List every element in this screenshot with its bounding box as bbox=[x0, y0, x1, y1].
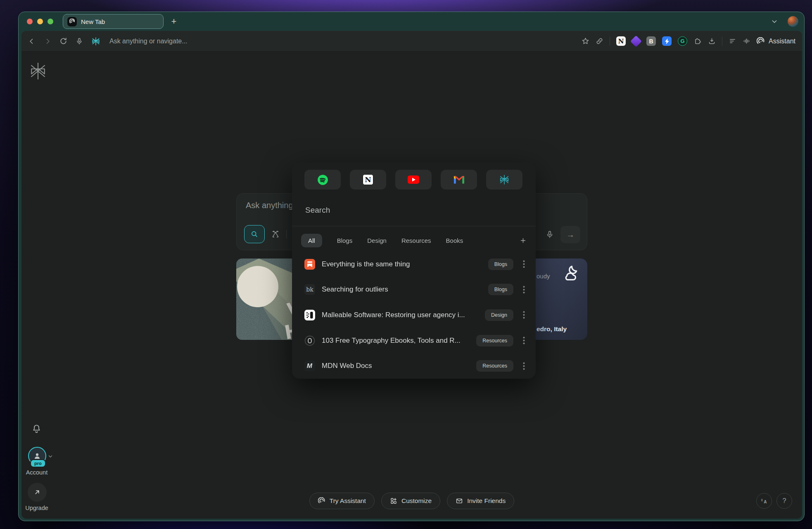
reader-bookmark-icon bbox=[304, 259, 315, 270]
minimize-window-button[interactable] bbox=[37, 19, 43, 24]
account-chevron-down-icon[interactable] bbox=[48, 454, 53, 459]
notion-extension-icon[interactable]: N bbox=[616, 36, 626, 46]
translate-button[interactable]: x̄A bbox=[756, 493, 772, 509]
help-button[interactable]: ? bbox=[776, 493, 792, 509]
profile-avatar[interactable] bbox=[788, 16, 798, 27]
account-label[interactable]: Account bbox=[21, 469, 57, 476]
tab-blogs[interactable]: Blogs bbox=[337, 237, 353, 244]
list-item[interactable]: M MDN Web Docs Resources bbox=[292, 353, 536, 379]
ink-and-switch-icon bbox=[304, 310, 315, 320]
category-badge[interactable]: Design bbox=[485, 309, 513, 321]
equalizer-icon[interactable] bbox=[743, 37, 750, 45]
shortcut-youtube[interactable] bbox=[395, 170, 432, 190]
shortcut-spotify[interactable] bbox=[304, 170, 341, 190]
category-badge[interactable]: Blogs bbox=[488, 284, 513, 295]
customize-button[interactable]: Customize bbox=[381, 493, 440, 509]
list-item[interactable]: Everything is the same thing Blogs bbox=[292, 251, 536, 277]
nav-left-group: Ask anything or navigate... bbox=[28, 37, 188, 46]
notifications-bell-icon[interactable] bbox=[31, 424, 42, 434]
svg-text:x̄: x̄ bbox=[761, 498, 763, 502]
gmail-icon bbox=[453, 176, 465, 184]
typography-circle-icon bbox=[304, 335, 315, 346]
item-menu-kebab-icon[interactable] bbox=[520, 337, 527, 344]
notion-icon: N bbox=[363, 174, 373, 185]
reading-list-lines-icon[interactable] bbox=[729, 37, 736, 45]
close-window-button[interactable] bbox=[27, 19, 33, 24]
list-item[interactable]: Malleable Software: Restoring user agenc… bbox=[292, 302, 536, 328]
grid-plus-icon bbox=[390, 497, 397, 505]
grammarly-extension-icon[interactable]: G bbox=[678, 36, 687, 46]
divider bbox=[292, 226, 536, 226]
youtube-icon bbox=[408, 176, 419, 184]
comet-tab-icon bbox=[67, 17, 77, 26]
item-menu-kebab-icon[interactable] bbox=[520, 311, 527, 319]
main-panel: Ask anything or navigate... N B G bbox=[21, 31, 802, 519]
tab-all[interactable]: All bbox=[301, 234, 322, 247]
popup-search-input[interactable] bbox=[304, 205, 519, 215]
help-label: ? bbox=[783, 497, 786, 505]
downloads-icon[interactable] bbox=[708, 37, 716, 45]
invite-friends-button[interactable]: Invite Friends bbox=[447, 493, 514, 509]
s-lightning-extension-icon[interactable] bbox=[662, 36, 672, 46]
pro-badge: pro bbox=[30, 459, 46, 467]
assistant-button[interactable]: Assistant bbox=[757, 37, 795, 45]
shortcut-surf[interactable] bbox=[486, 170, 522, 190]
tab-title: New Tab bbox=[81, 18, 105, 25]
envelope-icon bbox=[456, 497, 463, 505]
bookmark-star-icon[interactable] bbox=[582, 37, 589, 45]
new-tab-button[interactable]: + bbox=[168, 16, 180, 27]
b-extension-icon[interactable]: B bbox=[646, 36, 656, 46]
browser-window: New Tab + Ask anything or navigat bbox=[18, 12, 805, 521]
extensions-puzzle-icon[interactable] bbox=[693, 37, 702, 45]
search-popup: N bbox=[292, 162, 536, 379]
category-badge[interactable]: Resources bbox=[476, 360, 513, 372]
item-menu-kebab-icon[interactable] bbox=[520, 362, 527, 370]
add-collection-button[interactable] bbox=[520, 237, 527, 244]
titlebar: New Tab + bbox=[19, 12, 804, 31]
list-item[interactable]: 103 Free Typography Ebooks, Tools and R.… bbox=[292, 328, 536, 353]
item-menu-kebab-icon[interactable] bbox=[520, 260, 527, 268]
mic-icon[interactable] bbox=[546, 230, 554, 239]
tab-design[interactable]: Design bbox=[367, 237, 387, 244]
weather-condition: oudy bbox=[537, 273, 550, 280]
popup-filter-tabs: All Blogs Design Resources Books bbox=[301, 232, 527, 248]
tab-books[interactable]: Books bbox=[446, 237, 463, 244]
shortcut-gmail[interactable] bbox=[441, 170, 477, 190]
category-badge[interactable]: Blogs bbox=[488, 259, 513, 270]
divider bbox=[722, 37, 722, 46]
back-button[interactable] bbox=[28, 38, 36, 45]
nav-right-group: N B G Assistan bbox=[582, 36, 795, 46]
comet-icon bbox=[318, 497, 325, 505]
search-mode-button[interactable] bbox=[244, 225, 265, 243]
item-menu-kebab-icon[interactable] bbox=[520, 286, 527, 294]
knot-mode-icon[interactable] bbox=[271, 230, 280, 239]
surf-page-logo-icon bbox=[29, 62, 47, 81]
url-omnibox[interactable]: Ask anything or navigate... bbox=[109, 38, 188, 45]
reload-button[interactable] bbox=[59, 37, 67, 45]
ask-right-tools: → bbox=[546, 226, 580, 243]
footer-actions: Try Assistant Customize Invite Friends bbox=[21, 493, 802, 509]
tab-resources[interactable]: Resources bbox=[401, 237, 431, 244]
shortcut-tiles: N bbox=[304, 170, 522, 190]
voice-search-mic-icon[interactable] bbox=[76, 38, 83, 45]
translate-icon: x̄A bbox=[760, 497, 768, 505]
copy-link-icon[interactable] bbox=[596, 37, 603, 45]
assistant-label: Assistant bbox=[769, 38, 795, 45]
maximize-window-button[interactable] bbox=[47, 19, 53, 24]
spotify-icon bbox=[317, 174, 328, 185]
svg-text:A: A bbox=[764, 500, 767, 504]
list-item[interactable]: bk Searching for outliers Blogs bbox=[292, 277, 536, 303]
try-assistant-button[interactable]: Try Assistant bbox=[309, 493, 375, 509]
category-badge[interactable]: Resources bbox=[476, 335, 513, 346]
shortcut-notion[interactable]: N bbox=[350, 170, 386, 190]
window-chevron-down-icon[interactable] bbox=[771, 18, 778, 25]
navigation-bar: Ask anything or navigate... N B G bbox=[21, 31, 802, 52]
obsidian-extension-icon[interactable] bbox=[630, 35, 642, 47]
traffic-lights bbox=[27, 19, 53, 24]
tab-new-tab[interactable]: New Tab bbox=[63, 14, 164, 29]
mdn-icon: M bbox=[304, 361, 315, 371]
submit-arrow-button[interactable]: → bbox=[560, 226, 580, 243]
forward-button[interactable] bbox=[44, 38, 51, 45]
search-icon bbox=[250, 230, 259, 238]
comet-icon bbox=[757, 37, 765, 45]
